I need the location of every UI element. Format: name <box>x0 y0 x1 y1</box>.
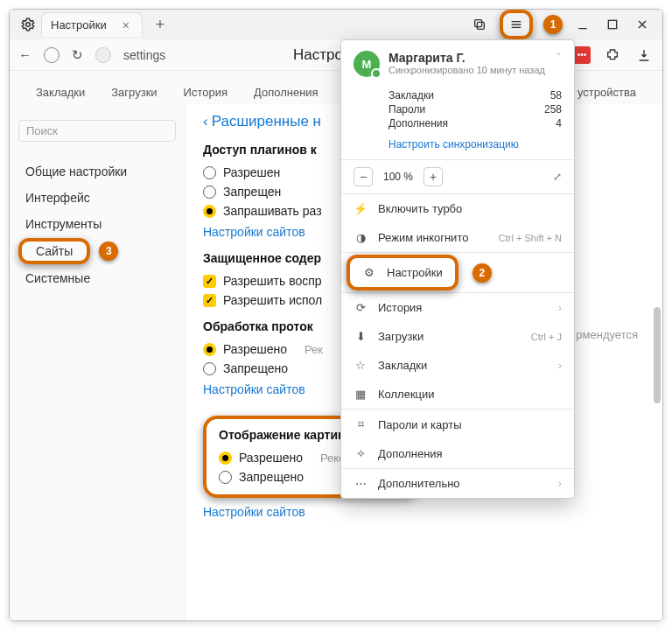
menu-item-label: Коллекции <box>378 388 435 401</box>
gear-icon <box>20 17 36 32</box>
menu-item-7[interactable]: ⌗Пароли и карты <box>341 410 574 439</box>
profile-name: Маргарита Г. <box>388 51 545 65</box>
menu-item-shortcut: Ctrl + J <box>531 332 562 342</box>
highlight-sidebar-sites: Сайты <box>18 238 90 264</box>
extension-badge[interactable]: ••• <box>573 46 591 64</box>
menu-item-label: Режим инкогнито <box>378 231 468 244</box>
sidebar-item-interface[interactable]: Интерфейс <box>18 186 176 210</box>
callout-1: 1 <box>543 15 563 34</box>
radio-plugin-deny[interactable] <box>203 186 216 199</box>
yandex-logo-icon[interactable] <box>44 47 60 63</box>
browser-window: Настройки × + 1 ← ↻ settings Настройки •… <box>9 9 663 621</box>
menu-profile[interactable]: М Маргарита Г. Синхронизировано 10 минут… <box>341 40 574 84</box>
menu-item-6[interactable]: ▦Коллекции <box>341 380 574 409</box>
chevron-right-icon: › <box>558 477 562 490</box>
chevron-right-icon: › <box>558 359 562 372</box>
radio-plugin-allow[interactable] <box>203 166 216 179</box>
menu-item-icon: ⟳ <box>354 301 368 314</box>
search-input[interactable]: Поиск <box>18 120 176 142</box>
menu-item-label: Загрузки <box>378 330 424 343</box>
menu-item-8[interactable]: ✧Дополнения <box>341 439 574 468</box>
new-tab-button[interactable]: + <box>150 14 171 35</box>
menu-item-3[interactable]: ⟳История› <box>341 293 574 322</box>
sidebar-item-sites[interactable]: Сайты <box>34 241 74 262</box>
tab-bookmarks[interactable]: Закладки <box>32 80 88 104</box>
fullscreen-icon[interactable]: ⤢ <box>553 171 562 183</box>
window-buttons: 1 <box>470 10 657 39</box>
copy-icon[interactable] <box>470 15 489 34</box>
menu-item-1[interactable]: ◑Режим инкогнитоCtrl + Shift + N <box>341 223 574 252</box>
link-site-settings-3[interactable]: Настройки сайтов <box>203 505 645 519</box>
settings-sidebar: Поиск Общие настройки Интерфейс Инструме… <box>10 104 185 620</box>
downloads-icon[interactable] <box>634 46 654 65</box>
reload-icon[interactable]: ↻ <box>72 47 83 63</box>
highlight-menu-button <box>500 10 533 39</box>
menu-item-label: Дополнительно <box>378 477 460 490</box>
avatar: М <box>354 51 380 77</box>
tab-history[interactable]: История <box>180 80 231 104</box>
radio-plugin-ask[interactable] <box>203 205 216 218</box>
sidebar-item-general[interactable]: Общие настройки <box>18 159 176 184</box>
svg-rect-7 <box>608 20 616 28</box>
menu-item-icon: ⌗ <box>354 417 368 431</box>
close-window-icon[interactable] <box>633 15 652 34</box>
menu-item-icon: ▦ <box>354 388 368 401</box>
radio-proto-allow[interactable] <box>203 343 216 356</box>
tab-downloads[interactable]: Загрузки <box>108 80 160 104</box>
menu-item-label: Включить турбо <box>378 202 462 215</box>
chevron-right-icon: › <box>558 301 562 314</box>
menu-item-label: Пароли и карты <box>378 418 462 431</box>
menu-item-label: История <box>378 301 422 314</box>
profile-stats: Закладки58 Пароли258 Дополнения4 <box>341 84 574 138</box>
menu-item-icon: ⋯ <box>354 477 368 490</box>
tab-devices[interactable]: устройства <box>574 80 640 104</box>
menu-item-icon: ⚙ <box>362 266 376 279</box>
site-icon <box>95 47 111 63</box>
radio-images-allow[interactable] <box>219 452 232 465</box>
radio-proto-deny[interactable] <box>203 362 216 375</box>
sidebar-item-tools[interactable]: Инструменты <box>18 212 176 236</box>
svg-rect-1 <box>477 22 484 29</box>
sidebar-item-system[interactable]: Системные <box>18 266 176 290</box>
tab-strip: Настройки × + 1 <box>10 10 662 39</box>
menu-item-5[interactable]: ☆Закладки› <box>341 351 574 380</box>
back-icon[interactable]: ← <box>18 47 32 62</box>
menu-zoom-row: − 100 % + ⤢ <box>341 160 574 193</box>
maximize-icon[interactable] <box>603 15 622 34</box>
menu-item-4[interactable]: ⬇ЗагрузкиCtrl + J <box>341 322 574 351</box>
extensions-icon[interactable] <box>603 46 622 65</box>
chk-protected-1[interactable] <box>203 275 216 288</box>
menu-item-icon: ✧ <box>354 447 368 460</box>
menu-item-2[interactable]: ⚙Настройки <box>346 255 458 290</box>
menu-item-icon: ⚡ <box>354 202 368 215</box>
menu-item-label: Настройки <box>387 266 443 279</box>
menu-item-shortcut: Ctrl + Shift + N <box>499 233 562 243</box>
main-menu-dropdown: М Маргарита Г. Синхронизировано 10 минут… <box>340 39 575 499</box>
browser-tab[interactable]: Настройки × <box>41 12 143 37</box>
menu-item-icon: ⬇ <box>354 330 368 343</box>
menu-item-icon: ☆ <box>354 359 368 372</box>
callout-2: 2 <box>472 263 492 283</box>
chevron-up-icon[interactable]: ˄ <box>556 51 562 77</box>
svg-point-0 <box>26 23 31 27</box>
zoom-in-button[interactable]: + <box>424 167 443 186</box>
tab-addons[interactable]: Дополнения <box>250 80 322 104</box>
peek-recommended: рмендуется <box>576 328 638 341</box>
menu-item-0[interactable]: ⚡Включить турбо <box>341 194 574 223</box>
chevron-left-icon: ‹ <box>203 113 208 130</box>
menu-item-9[interactable]: ⋯Дополнительно› <box>341 469 574 498</box>
minimize-icon[interactable] <box>573 15 592 34</box>
radio-images-deny[interactable] <box>219 471 232 484</box>
hamburger-menu-button[interactable] <box>507 15 526 34</box>
close-tab-icon[interactable]: × <box>122 18 130 32</box>
menu-item-icon: ◑ <box>354 231 368 244</box>
zoom-out-button[interactable]: − <box>354 167 373 186</box>
menu-sync-settings-link[interactable]: Настроить синхронизацию <box>341 138 574 159</box>
address-field[interactable]: settings <box>123 48 281 62</box>
scrollbar-thumb[interactable] <box>654 307 661 403</box>
svg-rect-2 <box>475 20 482 27</box>
zoom-level: 100 % <box>380 171 416 183</box>
tab-title: Настройки <box>51 18 107 32</box>
chk-protected-2[interactable] <box>203 294 216 307</box>
menu-item-label: Дополнения <box>378 447 443 460</box>
